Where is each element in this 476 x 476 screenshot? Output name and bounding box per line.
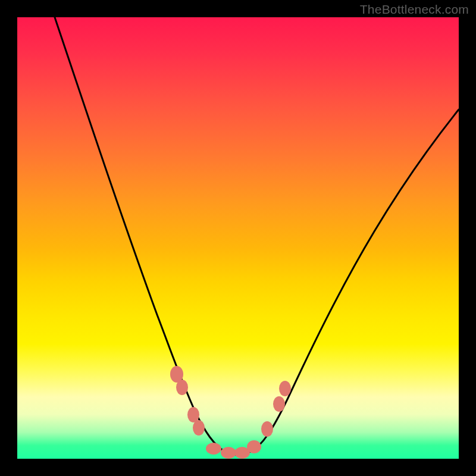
watermark-text: TheBottleneck.com [360,2,469,17]
bottleneck-curve [17,17,459,459]
curve-path [55,17,459,455]
data-point [221,447,236,459]
data-point [187,407,199,422]
data-point [247,440,261,453]
data-point [193,420,205,436]
chart-frame: TheBottleneck.com [0,0,476,476]
data-point [279,381,291,396]
data-point [206,443,221,455]
plot-area [17,17,459,459]
data-point [176,380,188,395]
data-point [261,421,273,437]
data-point [273,396,285,412]
